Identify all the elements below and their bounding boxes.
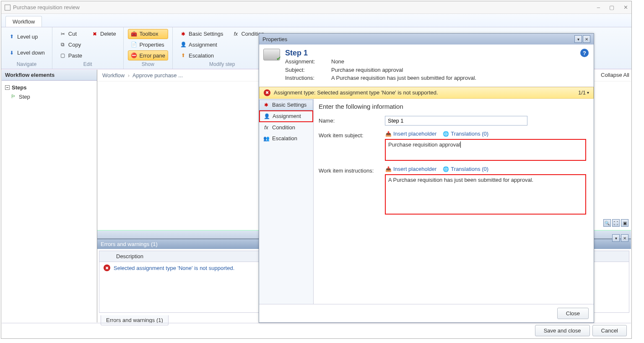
dialog-close-x-button[interactable]: ✕ (583, 35, 590, 43)
dialog-menu-button[interactable]: ▾ (574, 35, 582, 43)
step-title: Step 1 (285, 49, 476, 58)
assignment-label: Assignment: (285, 58, 327, 66)
dialog-close-button[interactable]: Close (557, 308, 589, 319)
translations-link[interactable]: 🌐Translations (0) (442, 131, 488, 137)
instructions-textarea[interactable]: A Purchase requisition has just been sub… (385, 174, 586, 215)
escalation-icon: ⬆ (180, 52, 187, 59)
tree-steps[interactable]: –Steps (5, 83, 93, 92)
tab-workflow[interactable]: Workflow (5, 16, 42, 27)
assignment-icon: 👤 (263, 113, 270, 120)
globe-icon: 🌐 (442, 166, 449, 173)
app-icon (5, 5, 10, 10)
cut-icon: ✂ (60, 31, 66, 37)
delete-icon: ✖ (91, 31, 98, 37)
properties-icon: 📄 (131, 41, 138, 48)
error-pane-icon: ⛔ (131, 52, 138, 59)
nav-condition[interactable]: fxCondition (259, 122, 313, 133)
cancel-button[interactable]: Cancel (592, 325, 627, 336)
subject-textarea[interactable]: Purchase requisition approval (385, 139, 586, 161)
dialog-nav: ✱Basic Settings 👤Assignment fxCondition … (259, 99, 314, 304)
dialog-titlebar[interactable]: Properties ▾ ✕ (259, 34, 594, 45)
workflow-elements-title: Workflow elements (2, 70, 97, 81)
asterisk-icon: ✱ (263, 102, 270, 108)
window-maximize-button[interactable]: ▢ (609, 4, 614, 10)
level-up-icon: ⬆ (8, 33, 15, 40)
basic-settings-button[interactable]: ✱Basic Settings (177, 29, 226, 39)
level-down-icon: ⬇ (8, 50, 15, 56)
subject-label: Subject: (285, 66, 327, 74)
delete-button[interactable]: ✖Delete (88, 29, 119, 39)
step-icon: 🏳 (10, 93, 17, 100)
ribbon-tabs: Workflow (1, 14, 631, 27)
group-modify-label: Modify step (177, 60, 267, 69)
tree-step[interactable]: 🏳Step (5, 92, 93, 101)
level-up-button[interactable]: ⬆Level up (5, 29, 48, 45)
titlebar: Purchase requisition review – ▢ ✕ (1, 1, 631, 14)
collapse-icon[interactable]: – (5, 85, 10, 90)
paste-button[interactable]: ▢Paste (57, 50, 85, 60)
name-label: Name: (319, 116, 382, 124)
group-edit-label: Edit (57, 60, 119, 69)
help-icon[interactable]: ? (580, 49, 589, 57)
save-and-close-button[interactable]: Save and close (535, 325, 590, 336)
footer-bar: Save and close Cancel (2, 323, 631, 338)
window-title: Purchase requisition review (13, 4, 80, 10)
insert-icon: 📥 (385, 166, 392, 173)
panel-close-button[interactable]: ✕ (621, 234, 628, 242)
breadcrumb-approve[interactable]: Approve purchase ... (132, 72, 183, 79)
fx-icon: fx (263, 124, 270, 131)
assignment-value: None (331, 58, 344, 66)
subject-value: Purchase requisition approval (331, 66, 403, 74)
error-icon: ✖ (104, 264, 110, 271)
dialog-title: Properties (262, 36, 287, 42)
nav-assignment[interactable]: 👤Assignment (259, 110, 313, 122)
warning-text: Assignment type: Selected assignment typ… (274, 89, 438, 96)
copy-icon: ⧉ (60, 41, 66, 48)
error-pane-button[interactable]: ⛔Error pane (128, 50, 168, 60)
warning-error-icon: ✖ (264, 89, 270, 96)
main-window: Purchase requisition review – ▢ ✕ Workfl… (1, 1, 632, 339)
workflow-elements-panel: Workflow elements –Steps 🏳Step (2, 70, 97, 322)
instructions-label: Instructions: (285, 74, 327, 82)
escalation-icon: 👥 (263, 135, 270, 142)
warning-count[interactable]: 1/1 (578, 89, 589, 96)
name-input[interactable] (385, 116, 527, 126)
insert-placeholder-link[interactable]: 📥Insert placeholder (385, 131, 436, 137)
level-down-button[interactable]: ⬇Level down (5, 45, 48, 61)
panel-menu-button[interactable]: ▾ (612, 234, 620, 242)
nav-basic-settings[interactable]: ✱Basic Settings (259, 99, 313, 110)
canvas-tools: Collapse All (601, 70, 629, 80)
globe-icon: 🌐 (442, 131, 449, 137)
error-text: Selected assignment type 'None' is not s… (114, 265, 234, 271)
window-close-button[interactable]: ✕ (623, 4, 628, 10)
translations-link-2[interactable]: 🌐Translations (0) (442, 166, 488, 173)
group-navigate-label: Navigate (5, 60, 48, 69)
breadcrumb-workflow[interactable]: Workflow (102, 72, 125, 79)
insert-placeholder-link-2[interactable]: 📥Insert placeholder (385, 166, 436, 173)
cut-button[interactable]: ✂Cut (57, 29, 85, 39)
window-minimize-button[interactable]: – (597, 4, 600, 10)
toolbox-icon: 🧰 (131, 31, 138, 37)
collapse-all-button[interactable]: Collapse All (601, 72, 629, 78)
properties-button[interactable]: 📄Properties (128, 40, 168, 50)
insert-icon: 📥 (385, 131, 392, 137)
assignment-icon: 👤 (180, 41, 187, 48)
properties-dialog: Properties ▾ ✕ Step 1 Assignment:None Su… (259, 33, 594, 323)
step-icon-large (263, 49, 280, 60)
warning-bar: ✖ Assignment type: Selected assignment t… (259, 87, 594, 99)
zoom-actual-button[interactable]: ▣ (621, 219, 628, 227)
paste-icon: ▢ (60, 52, 66, 59)
zoom-fit-button[interactable]: ⛶ (612, 219, 620, 227)
copy-button[interactable]: ⧉Copy (57, 40, 85, 50)
work-instructions-label: Work item instructions: (319, 166, 382, 174)
chevron-right-icon: › (128, 72, 130, 79)
asterisk-icon: ✱ (180, 31, 187, 37)
toolbox-button[interactable]: 🧰Toolbox (128, 29, 168, 39)
nav-escalation[interactable]: 👥Escalation (259, 133, 313, 144)
fx-icon: fx (232, 31, 239, 37)
assignment-button[interactable]: 👤Assignment (177, 40, 226, 50)
zoom-search-button[interactable]: 🔍 (603, 219, 611, 227)
work-subject-label: Work item subject: (319, 131, 382, 139)
escalation-button[interactable]: ⬆Escalation (177, 50, 226, 60)
group-show-label: Show (128, 60, 168, 69)
